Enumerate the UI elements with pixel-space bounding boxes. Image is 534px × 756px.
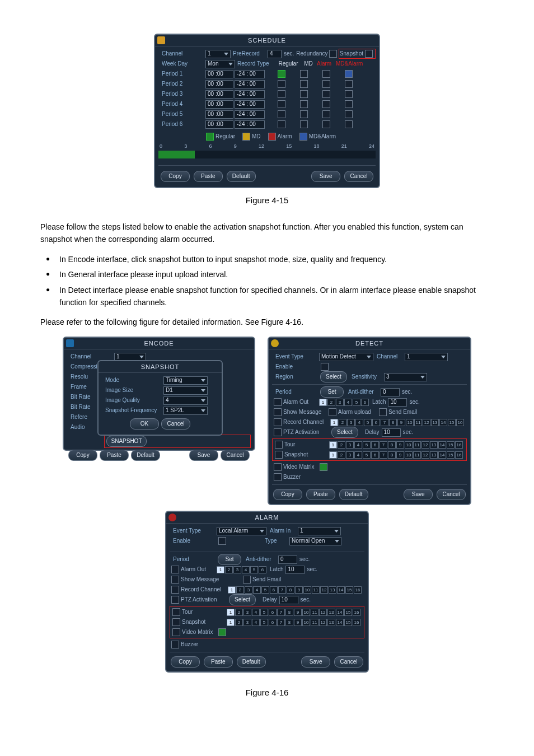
latch-input[interactable]: 10: [285, 566, 305, 574]
snapshot-checkbox[interactable]: [365, 50, 373, 58]
copy-button[interactable]: Copy: [171, 656, 200, 668]
send-email-checkbox[interactable]: [379, 408, 387, 416]
type-select[interactable]: Normal Open: [289, 537, 341, 545]
md-checkbox[interactable]: [300, 100, 308, 108]
ptz-select-button[interactable]: Select: [229, 594, 256, 605]
video-matrix-checkbox[interactable]: [274, 463, 282, 471]
period-start-input[interactable]: 00 :00: [205, 100, 233, 109]
alarm-checkbox[interactable]: [322, 80, 330, 88]
mdalarm-checkbox[interactable]: [345, 70, 353, 78]
md-checkbox[interactable]: [300, 70, 308, 78]
anti-dither-input[interactable]: 0: [278, 556, 297, 564]
default-button[interactable]: Default: [237, 656, 266, 668]
mdalarm-checkbox[interactable]: [345, 90, 353, 98]
default-button[interactable]: Default: [131, 450, 160, 461]
period-end-input[interactable]: -24 : 00: [235, 110, 265, 119]
cancel-button[interactable]: Cancel: [437, 489, 466, 500]
snapshot-checkbox[interactable]: [172, 618, 180, 626]
mdalarm-checkbox[interactable]: [345, 120, 353, 128]
alarm-out-channels[interactable]: 123456: [319, 399, 369, 406]
alarm-checkbox[interactable]: [322, 120, 330, 128]
paste-button[interactable]: Paste: [204, 656, 233, 668]
region-select-button[interactable]: Select: [320, 371, 347, 382]
mdalarm-checkbox[interactable]: [345, 80, 353, 88]
regular-checkbox[interactable]: [278, 110, 285, 118]
snapshot-checkbox[interactable]: [275, 451, 283, 459]
snapshot-channels[interactable]: 12345678910111213141516: [227, 619, 360, 626]
alarm-checkbox[interactable]: [322, 90, 330, 98]
send-email-checkbox[interactable]: [243, 576, 251, 584]
md-checkbox[interactable]: [300, 90, 308, 98]
period-start-input[interactable]: 00 :00: [205, 110, 233, 119]
video-matrix-checkbox[interactable]: [172, 628, 180, 636]
period-start-input[interactable]: 00 :00: [205, 70, 233, 78]
record-channel-checkbox[interactable]: [274, 418, 282, 426]
record-channel-channels[interactable]: 12345678910111213141516: [330, 419, 464, 426]
ptz-checkbox[interactable]: [171, 596, 179, 604]
cancel-button[interactable]: Cancel: [161, 418, 190, 430]
record-channel-checkbox[interactable]: [171, 586, 179, 594]
tour-channels[interactable]: 12345678910111213141516: [329, 441, 463, 449]
md-checkbox[interactable]: [300, 120, 308, 128]
period-end-input[interactable]: -24 : 00: [235, 70, 265, 78]
record-channel-channels[interactable]: 12345678910111213141516: [228, 586, 362, 594]
period-end-input[interactable]: -24 : 00: [235, 100, 265, 109]
period-end-input[interactable]: -24 : 00: [235, 80, 265, 88]
default-button[interactable]: Default: [339, 489, 368, 500]
cancel-button[interactable]: Cancel: [334, 656, 363, 668]
tour-channels[interactable]: 12345678910111213141516: [227, 609, 360, 616]
latch-input[interactable]: 10: [388, 398, 407, 407]
channel-select[interactable]: 1: [205, 50, 231, 58]
event-type-select[interactable]: Local Alarm: [217, 527, 266, 535]
delay-input[interactable]: 10: [382, 428, 401, 437]
save-button[interactable]: Save: [189, 450, 218, 461]
period-end-input[interactable]: -24 : 00: [235, 90, 265, 99]
regular-checkbox[interactable]: [278, 100, 285, 108]
tour-checkbox[interactable]: [172, 608, 180, 616]
alarm-in-select[interactable]: 1: [298, 527, 341, 535]
md-checkbox[interactable]: [300, 110, 308, 118]
image-quality-select[interactable]: 4: [163, 396, 208, 405]
period-start-input[interactable]: 00 :00: [205, 80, 233, 88]
regular-checkbox[interactable]: [278, 80, 285, 88]
video-matrix-ch1[interactable]: [218, 628, 226, 636]
show-message-checkbox[interactable]: [171, 576, 179, 584]
ptz-checkbox[interactable]: [274, 428, 282, 436]
alarm-out-checkbox[interactable]: [274, 398, 282, 406]
buzzer-checkbox[interactable]: [171, 641, 179, 648]
save-button[interactable]: Save: [301, 656, 330, 668]
snapshot-frequency-select[interactable]: 1 SP2L: [163, 407, 208, 415]
redundancy-checkbox[interactable]: [329, 50, 336, 58]
paste-button[interactable]: Paste: [306, 489, 335, 500]
period-start-input[interactable]: 00 :00: [205, 120, 233, 129]
channel-select[interactable]: 1: [405, 353, 448, 361]
weekday-select[interactable]: Mon: [205, 60, 235, 68]
sensitivity-select[interactable]: 3: [384, 373, 427, 381]
enable-checkbox[interactable]: [321, 363, 329, 371]
save-button[interactable]: Save: [404, 489, 433, 500]
period-set-button[interactable]: Set: [320, 386, 344, 398]
copy-button[interactable]: Copy: [161, 171, 190, 182]
alarm-checkbox[interactable]: [322, 100, 330, 108]
delay-input[interactable]: 10: [279, 596, 298, 604]
image-size-select[interactable]: D1: [163, 386, 208, 395]
md-checkbox[interactable]: [300, 80, 308, 88]
alarm-out-channels[interactable]: 123456: [217, 566, 266, 573]
mdalarm-checkbox[interactable]: [345, 100, 353, 108]
snapshot-button[interactable]: SNAPSHOT: [106, 436, 147, 447]
ok-button[interactable]: OK: [130, 418, 159, 430]
regular-checkbox[interactable]: [278, 120, 285, 128]
alarm-checkbox[interactable]: [322, 70, 330, 78]
snapshot-channels[interactable]: 12345678910111213141516: [329, 451, 463, 459]
mode-select[interactable]: Timing: [163, 376, 208, 385]
copy-button[interactable]: Copy: [273, 489, 302, 500]
alarm-out-checkbox[interactable]: [171, 566, 179, 573]
regular-checkbox[interactable]: [278, 90, 285, 98]
anti-dither-input[interactable]: 0: [381, 388, 400, 396]
enable-checkbox[interactable]: [218, 537, 226, 545]
period-end-input[interactable]: -24 : 00: [235, 120, 265, 129]
alarm-checkbox[interactable]: [322, 110, 330, 118]
period-start-input[interactable]: 00 :00: [205, 90, 233, 99]
save-button[interactable]: Save: [311, 171, 340, 182]
regular-checkbox[interactable]: [278, 70, 285, 78]
